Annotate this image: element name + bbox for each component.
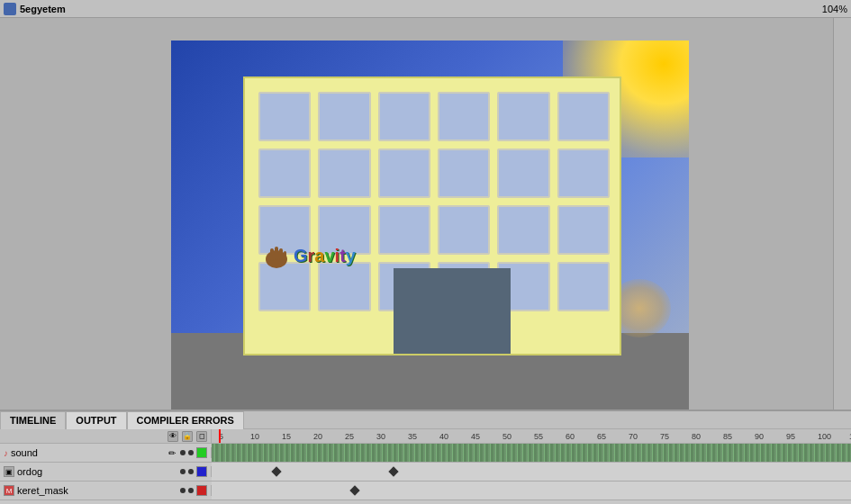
timeline-rows: ♪ sound ✏ ▣ ordog (0, 444, 851, 502)
keyframe-keret-1[interactable] (349, 485, 359, 495)
window-cell (497, 205, 549, 255)
timeline-ruler: 5101520253035404550556065707580859095100… (212, 429, 851, 443)
ruler-mark: 80 (692, 432, 701, 441)
layer-name-sound: sound (11, 447, 164, 458)
window-cell (378, 205, 430, 255)
color-box-sound (196, 447, 207, 458)
lock-dot-keret[interactable] (188, 488, 194, 493)
building: Gravity (243, 76, 621, 356)
layer-row-keret-mask: M keret_mask (0, 482, 851, 500)
waveform (212, 444, 851, 462)
pencil-icon[interactable]: ✏ (167, 447, 177, 458)
zoom-level: 104% (822, 4, 847, 14)
title-bar: 5egyetem 104% (0, 0, 851, 18)
keyframe-ordog-1[interactable] (271, 466, 281, 476)
ruler-mark: 55 (534, 432, 543, 441)
svg-rect-3 (279, 248, 283, 260)
window-cell (318, 92, 370, 141)
ruler-mark: 70 (629, 432, 638, 441)
title-right: 104% (822, 4, 847, 14)
ruler-mark: 15 (282, 432, 291, 441)
svg-rect-4 (284, 251, 286, 260)
window-cell (258, 92, 311, 141)
ruler-mark: 35 (408, 432, 417, 441)
main-area: Gravity (0, 18, 851, 410)
layer-info-ordog: ▣ ordog (0, 466, 212, 477)
logo-area: Gravity (263, 243, 356, 268)
window-cell (438, 92, 490, 141)
window-cell (438, 205, 490, 255)
window-cell (557, 262, 610, 311)
window-cell (318, 262, 370, 311)
window-cell (497, 92, 549, 141)
tab-compiler-errors[interactable]: COMPILER ERRORS (127, 411, 244, 429)
window-cell (258, 262, 311, 311)
lock-icon[interactable]: 🔒 (182, 431, 193, 442)
layer-row-ordog: ▣ ordog (0, 463, 851, 482)
frames-keret[interactable] (212, 482, 851, 500)
window-cell (258, 148, 311, 198)
layer-info-keret-mask: M keret_mask (0, 485, 212, 496)
svg-rect-1 (270, 248, 274, 261)
normal-layer-icon: ▣ (4, 466, 14, 477)
lock-dot-sound[interactable] (188, 450, 194, 455)
visibility-dot-keret[interactable] (180, 488, 186, 493)
layer-controls-header: 👁 🔒 ◻ (0, 429, 212, 443)
outline-icon[interactable]: ◻ (196, 431, 207, 442)
window-cell (557, 148, 610, 198)
logo-text: Gravity (294, 246, 356, 266)
ruler-mark: 60 (566, 432, 575, 441)
layer-row-sound: ♪ sound ✏ (0, 444, 851, 463)
app-icon (4, 3, 16, 15)
window-cell (497, 148, 549, 198)
mask-layer-icon: M (4, 485, 14, 496)
ruler-mark: 100 (818, 432, 831, 441)
window-cell (557, 92, 610, 141)
right-panel (833, 18, 851, 410)
layer-info-sound: ♪ sound ✏ (0, 447, 212, 458)
hand-icon (263, 243, 290, 268)
window-title: 5egyetem (20, 4, 66, 14)
visibility-dot-ordog[interactable] (180, 469, 186, 474)
tab-output[interactable]: OUTPUT (66, 411, 126, 429)
ruler-mark: 85 (723, 432, 732, 441)
svg-rect-2 (275, 247, 278, 260)
window-cell (557, 205, 610, 255)
window-cell (378, 148, 430, 198)
window-cell (318, 148, 370, 198)
timeline-tabs: TIMELINE OUTPUT COMPILER ERRORS (0, 411, 851, 429)
tab-timeline[interactable]: TIMELINE (0, 411, 66, 429)
window-cell (378, 92, 430, 141)
ruler-mark: 45 (471, 432, 480, 441)
color-box-keret (196, 485, 207, 496)
ruler-mark: 20 (313, 432, 322, 441)
color-box-ordog (196, 466, 207, 477)
frames-ordog[interactable] (212, 463, 851, 481)
ruler-mark: 50 (502, 432, 512, 441)
layer-name-keret-mask: keret_mask (17, 485, 177, 496)
ruler-mark: 75 (660, 432, 669, 441)
timeline-header: 👁 🔒 ◻ 5101520253035404550556065707580859… (0, 429, 851, 444)
keyframe-ordog-2[interactable] (388, 466, 398, 476)
timeline-area: TIMELINE OUTPUT COMPILER ERRORS 👁 🔒 ◻ 51… (0, 410, 851, 504)
ruler-mark: 40 (439, 432, 448, 441)
title-left: 5egyetem (4, 3, 66, 15)
ruler-mark: 30 (376, 432, 385, 441)
lock-dot-ordog[interactable] (188, 469, 194, 474)
ruler-mark: 65 (597, 432, 606, 441)
door (394, 268, 511, 354)
animation-canvas: Gravity (171, 40, 689, 410)
ruler-mark: 95 (786, 432, 795, 441)
layer-name-ordog: ordog (17, 466, 177, 477)
canvas-viewport: Gravity (171, 40, 689, 410)
frames-sound[interactable] (212, 444, 851, 462)
ruler-mark: 10 (250, 432, 259, 441)
audio-layer-icon: ♪ (4, 448, 8, 458)
playhead[interactable] (219, 429, 221, 443)
ruler-mark: 90 (755, 432, 764, 441)
visibility-dot-sound[interactable] (180, 450, 186, 455)
ruler-mark: 25 (345, 432, 354, 441)
visibility-toggle-icon[interactable]: 👁 (167, 431, 178, 442)
window-cell (438, 148, 490, 198)
